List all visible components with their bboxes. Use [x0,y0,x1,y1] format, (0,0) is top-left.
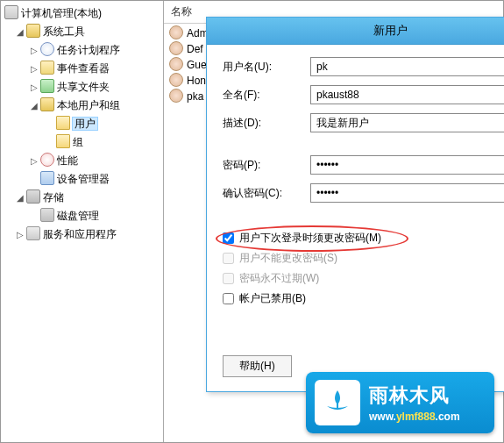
tree-services-apps[interactable]: ▷服务和应用程序 [3,225,161,244]
description-input[interactable] [310,113,504,132]
username-label: 用户名(U): [223,60,310,75]
description-label: 描述(D): [223,116,310,131]
collapse-icon[interactable]: ◢ [15,189,25,206]
tree-shared-folders[interactable]: ▷共享文件夹 [3,78,161,96]
event-icon [40,61,54,75]
fullname-label: 全名(F): [223,88,310,103]
disk-icon [40,208,54,222]
tree-panel: 计算机管理(本地) ◢系统工具 ▷任务计划程序 ▷事件查看器 ▷共享文件夹 ◢本… [1,1,164,442]
tree-performance[interactable]: ▷性能 [3,152,161,170]
tree-device-manager[interactable]: 设备管理器 [3,170,161,189]
users-group-icon [40,97,54,111]
share-icon [40,79,54,93]
checkbox-icon [223,273,234,284]
service-icon [26,226,40,240]
expand-icon[interactable]: ▷ [29,79,39,96]
tree-disk-management[interactable]: 磁盘管理 [3,207,161,225]
new-user-dialog: 新用户 用户名(U): 全名(F): 描述(D): 密码(P): [206,17,504,392]
content-panel: 名称 Admi Def Gue Hon pka 新用户 用户名(U): 全名(F… [164,1,503,442]
svg-rect-0 [337,403,338,410]
tree-groups[interactable]: 组 [3,133,161,152]
folder-icon [56,134,70,148]
tree-task-scheduler[interactable]: ▷任务计划程序 [3,41,161,60]
device-icon [40,171,54,185]
storage-icon [26,189,40,204]
password-input[interactable] [310,155,504,175]
checkbox-icon [223,253,234,264]
confirm-password-label: 确认密码(C): [223,186,310,201]
tree-root[interactable]: 计算机管理(本地) [3,4,161,23]
checkbox-icon[interactable] [223,293,234,304]
account-disabled-checkbox[interactable]: 帐户已禁用(B) [223,291,504,306]
expand-icon[interactable]: ▷ [29,61,39,77]
must-change-password-checkbox[interactable]: 用户下次登录时须更改密码(M) [223,231,504,246]
tree-storage[interactable]: ◢存储 [3,189,161,207]
user-icon [169,57,183,71]
tree-system-tools[interactable]: ◢系统工具 [3,23,161,41]
watermark-logo: 雨林木风 www.ylmf888.com [306,372,494,433]
tree-local-users-groups[interactable]: ◢本地用户和组 [3,96,161,115]
computer-icon [4,5,18,19]
column-name[interactable]: 名称 [171,4,192,19]
user-icon [169,25,183,39]
collapse-icon[interactable]: ◢ [29,97,39,114]
user-icon [169,89,183,103]
expand-icon[interactable]: ▷ [29,42,39,59]
tree-users[interactable]: 用户 [3,115,161,133]
confirm-password-input[interactable] [310,183,504,203]
tree-event-viewer[interactable]: ▷事件查看器 [3,60,161,78]
clock-icon [40,42,54,56]
cannot-change-password-checkbox: 用户不能更改密码(S) [223,251,504,266]
user-icon [169,73,183,87]
folder-icon [56,116,70,130]
collapse-icon[interactable]: ◢ [15,24,25,40]
username-input[interactable] [310,57,504,76]
wrench-icon [26,24,40,38]
password-label: 密码(P): [223,158,310,173]
expand-icon[interactable]: ▷ [15,226,25,243]
fullname-input[interactable] [310,85,504,104]
dialog-title: 新用户 [207,18,504,45]
user-icon [169,41,183,55]
performance-icon [40,153,54,167]
checkbox-icon[interactable] [223,232,234,244]
logo-brand: 雨林木风 [369,382,460,409]
help-button[interactable]: 帮助(H) [223,355,292,377]
expand-icon[interactable]: ▷ [29,153,39,169]
logo-icon [315,380,360,425]
password-never-expires-checkbox: 密码永不过期(W) [223,271,504,286]
logo-url: www.ylmf888.com [369,409,460,423]
